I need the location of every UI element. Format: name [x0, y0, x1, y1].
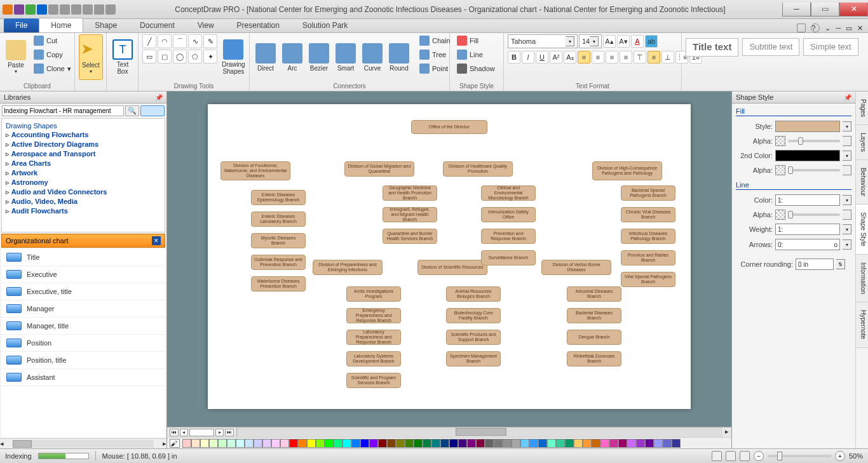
fill-alpha-slider[interactable]	[788, 140, 840, 142]
color-swatch[interactable]	[494, 439, 503, 448]
valign-bot-button[interactable]: ⊥	[661, 51, 674, 64]
first-page-icon[interactable]: ⏮	[170, 429, 179, 436]
org-node[interactable]: Viral Special Pathogens Branch	[621, 272, 675, 287]
arrows-select[interactable]: 0:o	[775, 239, 840, 250]
color-swatch[interactable]	[182, 439, 191, 448]
color-swatch[interactable]	[334, 439, 342, 448]
canvas-viewport[interactable]: Office of the DirectorDivision of Foodbo…	[167, 91, 731, 427]
color-swatch[interactable]	[618, 439, 627, 448]
library-tree-item[interactable]: Aerospace and Transport	[4, 149, 162, 159]
org-node[interactable]: Prevention and Response Branch	[481, 229, 536, 244]
underline-button[interactable]: U	[536, 51, 548, 64]
collapse-ribbon-icon[interactable]: ⌄	[825, 24, 831, 32]
align-justify-button[interactable]: ≡	[620, 51, 632, 64]
close-button[interactable]: ✕	[839, 3, 868, 17]
color-swatch[interactable]	[236, 439, 245, 448]
zoom-slider[interactable]	[768, 455, 831, 457]
clone-button[interactable]: Clone ▾	[31, 62, 74, 75]
pin-icon[interactable]: 📌	[844, 94, 851, 101]
font-select[interactable]: Tahoma▾	[508, 34, 578, 48]
color-swatch[interactable]	[298, 439, 307, 448]
search-icon[interactable]: 🔍	[125, 105, 139, 116]
sector-tool[interactable]: ◠	[158, 34, 172, 48]
color-swatch[interactable]	[485, 439, 494, 448]
style-simple[interactable]: Simple text	[803, 38, 858, 56]
color-swatch[interactable]	[476, 439, 485, 448]
color-swatch[interactable]	[431, 439, 440, 448]
color-swatch[interactable]	[351, 439, 360, 448]
org-node[interactable]: Enteric Diseases Epidemiology Branch	[251, 190, 306, 205]
corner-rounding-input[interactable]: 0 in	[796, 258, 834, 270]
dropdown-icon[interactable]: ▾	[843, 151, 851, 161]
spline-tool[interactable]: ∿	[188, 34, 202, 48]
prev-page-icon[interactable]: ◂	[180, 429, 189, 436]
close-icon[interactable]: ✕	[152, 236, 161, 245]
library-search-input[interactable]	[2, 105, 124, 116]
org-node[interactable]: Mycotic Diseases Branch	[251, 233, 306, 248]
drawing-shapes-button[interactable]: Drawing Shapes	[220, 34, 247, 80]
org-node[interactable]: Rickettsial Zoonoses Branch	[567, 351, 621, 366]
color-swatch[interactable]	[271, 439, 280, 448]
color-swatch[interactable]	[423, 439, 431, 448]
point-button[interactable]: Point	[416, 62, 454, 75]
color-swatch[interactable]	[467, 439, 476, 448]
color-swatch[interactable]	[405, 439, 414, 448]
subscript-button[interactable]: A₂	[564, 51, 576, 64]
alpha-input[interactable]	[843, 210, 851, 220]
qa-icon[interactable]	[60, 4, 70, 15]
color-swatch[interactable]	[672, 439, 681, 448]
org-node[interactable]: Dengue Branch	[567, 330, 621, 345]
second-color-select[interactable]	[775, 150, 840, 161]
color-swatch[interactable]	[449, 439, 458, 448]
qa-icon[interactable]	[94, 4, 104, 15]
connector-smart[interactable]: Smart	[334, 34, 358, 80]
h-scrollbar[interactable]: ◂▸	[0, 438, 166, 448]
color-swatch[interactable]	[262, 439, 271, 448]
arc-tool[interactable]: ⌒	[173, 34, 187, 48]
font-color-button[interactable]: A	[631, 35, 644, 48]
color-swatch[interactable]	[316, 439, 325, 448]
italic-button[interactable]: I	[522, 51, 534, 64]
qa-icon[interactable]	[83, 4, 93, 15]
dropdown-icon[interactable]: ▾	[843, 121, 851, 131]
color-swatch[interactable]	[254, 439, 262, 448]
color-swatch[interactable]	[583, 439, 592, 448]
color-swatch[interactable]	[529, 439, 538, 448]
color-swatch[interactable]	[289, 439, 298, 448]
copy-button[interactable]: Copy	[31, 48, 74, 61]
rrect-tool[interactable]: ▢	[158, 50, 172, 64]
tab-presentation[interactable]: Presentation	[226, 18, 291, 32]
line-tool[interactable]: ╱	[142, 34, 156, 48]
org-node[interactable]: Office of the Director	[411, 120, 487, 134]
color-swatch[interactable]	[565, 439, 574, 448]
bold-button[interactable]: B	[508, 51, 520, 64]
dropdown-icon[interactable]: ▾	[843, 195, 851, 205]
select-tool[interactable]: ➤Select▾	[79, 34, 103, 80]
line-alpha-slider[interactable]	[788, 213, 840, 216]
color-swatch[interactable]	[609, 439, 618, 448]
qa-icon[interactable]	[71, 4, 81, 15]
fill-button[interactable]: Fill	[454, 34, 498, 47]
color-swatch[interactable]	[227, 439, 236, 448]
color-swatch[interactable]	[360, 439, 369, 448]
poly-tool[interactable]: ⬠	[188, 50, 202, 64]
shape-item[interactable]: Executive, title	[1, 283, 165, 300]
stepper-icon[interactable]: ⇅	[836, 259, 845, 269]
org-node[interactable]: Outbreak Response and Prevention Branch	[251, 255, 306, 270]
connector-round[interactable]: Round	[387, 34, 411, 80]
fit-width-icon[interactable]	[740, 451, 750, 461]
qa-icon[interactable]	[25, 4, 36, 15]
ellipse-tool[interactable]: ◯	[173, 50, 187, 64]
color-swatch[interactable]	[627, 439, 636, 448]
paste-button[interactable]: Paste▾	[4, 34, 28, 80]
tab-shape[interactable]: Shape	[83, 18, 128, 32]
last-page-icon[interactable]: ⏭	[225, 429, 234, 436]
library-tree-item[interactable]: Audio and Video Connectors	[4, 187, 162, 197]
library-tree-item[interactable]: Accounting Flowcharts	[4, 130, 162, 140]
library-tree-item[interactable]: Audit Flowcharts	[4, 206, 162, 216]
shape-list[interactable]: TitleExecutiveExecutive, titleManagerMan…	[1, 249, 165, 437]
qa-icon[interactable]	[48, 4, 58, 15]
color-swatch[interactable]	[342, 439, 351, 448]
tab-view[interactable]: View	[186, 18, 226, 32]
org-node[interactable]: Division of Vector-Borne Diseases	[541, 260, 611, 275]
